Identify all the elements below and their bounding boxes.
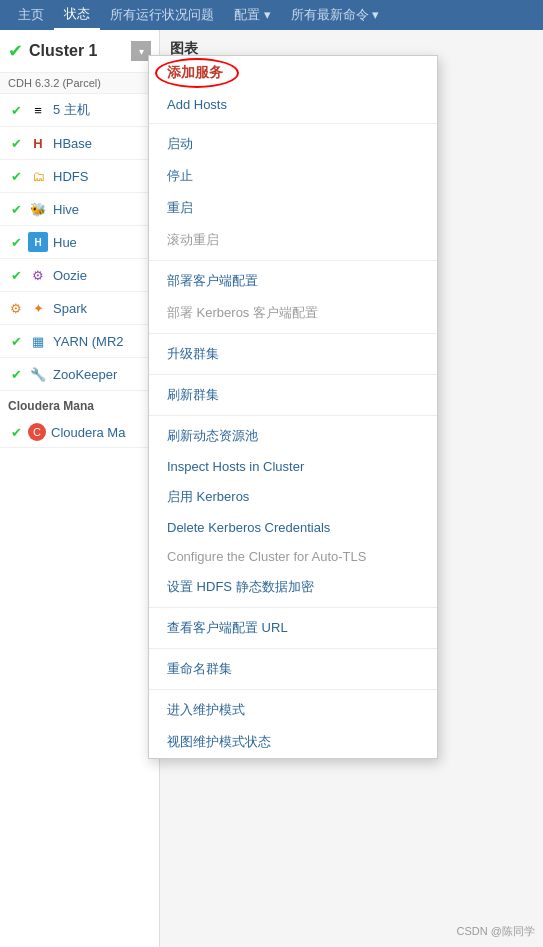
menu-item-view-maintenance-status[interactable]: 视图维护模式状态 xyxy=(149,726,437,758)
menu-item-enable-kerberos[interactable]: 启用 Kerberos xyxy=(149,481,437,513)
service-item-hosts[interactable]: ✔ ≡ 5 主机 xyxy=(0,94,159,127)
menu-item-setup-hdfs-encryption[interactable]: 设置 HDFS 静态数据加密 xyxy=(149,571,437,603)
top-navigation: 主页 状态 所有运行状况问题 配置 ▾ 所有最新命令 ▾ xyxy=(0,0,543,30)
service-name-yarn: YARN (MR2 xyxy=(53,334,124,349)
menu-item-upgrade-cluster[interactable]: 升级群集 xyxy=(149,338,437,370)
menu-divider-2 xyxy=(149,260,437,261)
menu-divider-1 xyxy=(149,123,437,124)
add-service-label: 添加服务 xyxy=(167,64,223,80)
menu-item-enter-maintenance[interactable]: 进入维护模式 xyxy=(149,694,437,726)
status-icon-hosts: ✔ xyxy=(8,102,24,118)
service-name-spark: Spark xyxy=(53,301,87,316)
status-icon-hbase: ✔ xyxy=(8,135,24,151)
menu-item-inspect-hosts[interactable]: Inspect Hosts in Cluster xyxy=(149,452,437,481)
hdfs-icon: 🗂 xyxy=(28,166,48,186)
menu-item-view-client-config-url[interactable]: 查看客户端配置 URL xyxy=(149,612,437,644)
yarn-icon: ▦ xyxy=(28,331,48,351)
status-icon-oozie: ✔ xyxy=(8,267,24,283)
nav-status[interactable]: 状态 xyxy=(54,0,100,30)
hosts-icon: ≡ xyxy=(28,100,48,120)
service-name-hdfs: HDFS xyxy=(53,169,88,184)
nav-home[interactable]: 主页 xyxy=(8,0,54,30)
service-item-yarn[interactable]: ✔ ▦ YARN (MR2 xyxy=(0,325,159,358)
nav-config[interactable]: 配置 ▾ xyxy=(224,0,281,30)
service-name-hue: Hue xyxy=(53,235,77,250)
service-item-oozie[interactable]: ✔ ⚙ Oozie xyxy=(0,259,159,292)
cluster-header: ✔ Cluster 1 ▾ xyxy=(0,30,159,73)
service-name-hosts: 5 主机 xyxy=(53,101,90,119)
status-icon-cm: ✔ xyxy=(8,424,24,440)
cm-icon: C xyxy=(28,423,46,441)
service-name-zookeeper: ZooKeeper xyxy=(53,367,117,382)
menu-divider-6 xyxy=(149,607,437,608)
menu-item-add-service[interactable]: 添加服务 xyxy=(149,56,437,90)
service-item-hbase[interactable]: ✔ H HBase xyxy=(0,127,159,160)
service-item-cloudera-manager[interactable]: ✔ C Cloudera Ma xyxy=(0,417,159,448)
menu-divider-7 xyxy=(149,648,437,649)
menu-item-refresh-pools[interactable]: 刷新动态资源池 xyxy=(149,420,437,452)
status-icon-zookeeper: ✔ xyxy=(8,366,24,382)
status-icon-hdfs: ✔ xyxy=(8,168,24,184)
menu-item-restart[interactable]: 重启 xyxy=(149,192,437,224)
service-item-hdfs[interactable]: ✔ 🗂 HDFS xyxy=(0,160,159,193)
cdh-version-label: CDH 6.3.2 (Parcel) xyxy=(0,73,159,94)
service-name-hbase: HBase xyxy=(53,136,92,151)
status-icon-hue: ✔ xyxy=(8,234,24,250)
hbase-icon: H xyxy=(28,133,48,153)
menu-divider-4 xyxy=(149,374,437,375)
service-item-spark[interactable]: ⚙ ✦ Spark xyxy=(0,292,159,325)
service-name-cm: Cloudera Ma xyxy=(51,425,125,440)
nav-commands[interactable]: 所有最新命令 ▾ xyxy=(281,0,390,30)
add-service-label-wrapper: 添加服务 xyxy=(167,64,223,82)
menu-item-delete-kerberos-creds[interactable]: Delete Kerberos Credentials xyxy=(149,513,437,542)
menu-item-add-hosts[interactable]: Add Hosts xyxy=(149,90,437,119)
menu-item-rolling-restart: 滚动重启 xyxy=(149,224,437,256)
dropdown-menu: 添加服务 Add Hosts 启动 停止 重启 滚动重启 部署客户端配置 部署 … xyxy=(148,55,438,759)
service-item-hive[interactable]: ✔ 🐝 Hive xyxy=(0,193,159,226)
menu-item-refresh-cluster[interactable]: 刷新群集 xyxy=(149,379,437,411)
menu-item-deploy-kerberos-config: 部署 Kerberos 客户端配置 xyxy=(149,297,437,329)
service-item-zookeeper[interactable]: ✔ 🔧 ZooKeeper xyxy=(0,358,159,391)
menu-item-stop[interactable]: 停止 xyxy=(149,160,437,192)
status-icon-hive: ✔ xyxy=(8,201,24,217)
service-item-hue[interactable]: ✔ H Hue xyxy=(0,226,159,259)
service-name-hive: Hive xyxy=(53,202,79,217)
menu-item-start[interactable]: 启动 xyxy=(149,128,437,160)
hive-icon: 🐝 xyxy=(28,199,48,219)
status-icon-spark: ⚙ xyxy=(8,300,24,316)
status-icon-yarn: ✔ xyxy=(8,333,24,349)
spark-icon: ✦ xyxy=(28,298,48,318)
watermark: CSDN @陈同学 xyxy=(457,924,535,939)
menu-item-configure-auto-tls: Configure the Cluster for Auto-TLS xyxy=(149,542,437,571)
cluster-title: Cluster 1 xyxy=(29,42,131,60)
nav-health-issues[interactable]: 所有运行状况问题 xyxy=(100,0,224,30)
cloudera-manager-section-title: Cloudera Mana xyxy=(0,391,159,417)
menu-item-deploy-client-config[interactable]: 部署客户端配置 xyxy=(149,265,437,297)
menu-divider-5 xyxy=(149,415,437,416)
oozie-icon: ⚙ xyxy=(28,265,48,285)
left-panel: ✔ Cluster 1 ▾ CDH 6.3.2 (Parcel) ✔ ≡ 5 主… xyxy=(0,30,160,947)
menu-divider-8 xyxy=(149,689,437,690)
menu-divider-3 xyxy=(149,333,437,334)
service-name-oozie: Oozie xyxy=(53,268,87,283)
cluster-status-icon: ✔ xyxy=(8,40,23,62)
hue-icon: H xyxy=(28,232,48,252)
zookeeper-icon: 🔧 xyxy=(28,364,48,384)
menu-item-rename-cluster[interactable]: 重命名群集 xyxy=(149,653,437,685)
